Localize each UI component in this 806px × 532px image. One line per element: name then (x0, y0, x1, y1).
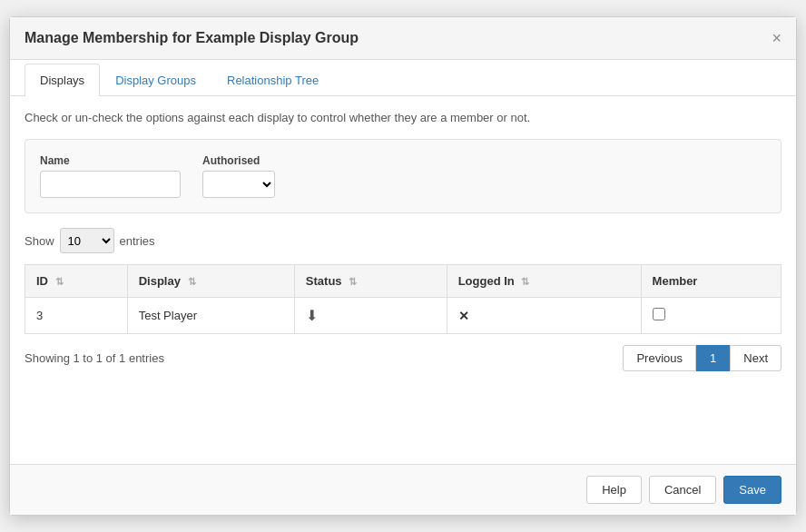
col-header-id[interactable]: ID ⇅ (25, 265, 128, 298)
status-download-icon: ⬇ (306, 308, 318, 323)
authorised-filter-select[interactable]: Yes No (202, 171, 275, 198)
tab-relationship-tree[interactable]: Relationship Tree (211, 64, 334, 96)
pagination-controls: Previous 1 Next (623, 345, 781, 371)
showing-info: Showing 1 to 1 of 1 entries (25, 351, 164, 365)
show-entries-row: Show 10 25 50 100 entries (25, 228, 781, 253)
sort-icon-status: ⇅ (349, 276, 357, 287)
entries-per-page-select[interactable]: 10 25 50 100 (60, 228, 114, 253)
show-label: Show (25, 234, 54, 248)
tab-content-displays: Check or un-check the options against ea… (10, 96, 796, 386)
next-button[interactable]: Next (730, 345, 781, 371)
sort-icon-logged-in: ⇅ (521, 276, 529, 287)
cancel-button[interactable]: Cancel (649, 476, 716, 504)
save-button[interactable]: Save (723, 476, 781, 504)
authorised-filter-label: Authorised (202, 154, 275, 167)
modal-header: Manage Membership for Example Display Gr… (10, 17, 796, 60)
name-filter-input[interactable] (40, 171, 181, 198)
col-header-status[interactable]: Status ⇅ (294, 265, 447, 298)
manage-membership-modal: Manage Membership for Example Display Gr… (9, 16, 797, 516)
cell-member (641, 298, 781, 334)
cell-status: ⬇ (294, 298, 447, 334)
col-header-display[interactable]: Display ⇅ (127, 265, 294, 298)
page-1-button[interactable]: 1 (696, 345, 730, 371)
member-checkbox[interactable] (653, 308, 665, 320)
displays-table: ID ⇅ Display ⇅ Status ⇅ Logged In (25, 264, 781, 334)
table-body: 3 Test Player ⬇ ✕ (25, 298, 781, 334)
logged-in-x-icon: ✕ (458, 309, 469, 323)
previous-button[interactable]: Previous (623, 345, 696, 371)
col-header-member: Member (641, 265, 781, 298)
filter-box: Name Authorised Yes No (25, 139, 781, 213)
modal-title: Manage Membership for Example Display Gr… (25, 30, 359, 46)
table-row: 3 Test Player ⬇ ✕ (25, 298, 781, 334)
tab-bar: Displays Display Groups Relationship Tre… (10, 64, 796, 96)
tab-display-groups[interactable]: Display Groups (100, 64, 211, 96)
col-header-logged-in[interactable]: Logged In ⇅ (447, 265, 641, 298)
name-filter-label: Name (40, 154, 181, 167)
entries-label: entries (120, 234, 155, 248)
authorised-filter-field: Authorised Yes No (202, 154, 275, 198)
pagination-area: Showing 1 to 1 of 1 entries Previous 1 N… (25, 345, 781, 371)
instruction-text: Check or un-check the options against ea… (25, 111, 781, 124)
cell-id: 3 (25, 298, 128, 334)
modal-footer: Help Cancel Save (10, 464, 796, 515)
cell-display: Test Player (127, 298, 294, 334)
close-button[interactable]: × (772, 30, 781, 46)
help-button[interactable]: Help (586, 476, 642, 504)
tab-displays[interactable]: Displays (25, 64, 100, 96)
cell-logged-in: ✕ (447, 298, 641, 334)
sort-icon-display: ⇅ (188, 276, 196, 287)
table-head: ID ⇅ Display ⇅ Status ⇅ Logged In (25, 265, 781, 298)
sort-icon-id: ⇅ (55, 276, 64, 287)
name-filter-field: Name (40, 154, 181, 198)
modal-body: Displays Display Groups Relationship Tre… (10, 60, 796, 464)
